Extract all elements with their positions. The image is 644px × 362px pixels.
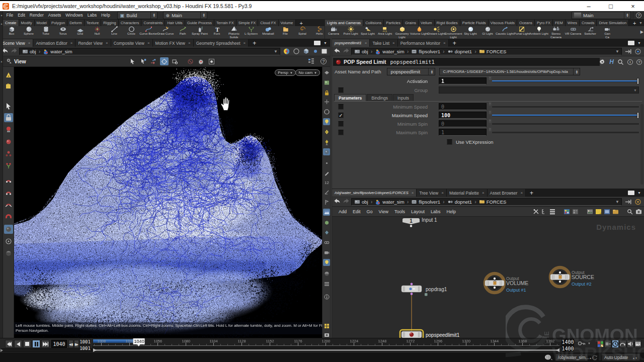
path-segment-dopnet1[interactable]: dopnet1 [446,199,473,205]
shelf-tool-environment-light[interactable]: EnvironmentLight [445,26,462,39]
param-tab-parameters[interactable]: Parameters [334,94,366,101]
pane-tab-obj-water-sim-flipsolver1-dopn[interactable]: /obj/water_sim/flipsolver1/dopnet1/FORCE… [332,189,417,197]
move-tool-icon[interactable] [149,57,158,65]
menu-windows[interactable]: Windows [63,11,85,19]
shape-palette-icon[interactable] [572,209,579,215]
pane-tab-geometry-spreadsheet[interactable]: Geometry Spreadsheet× [194,39,249,47]
menu-assets[interactable]: Assets [46,11,63,19]
menu-render[interactable]: Render [27,11,46,19]
pane-tab-popspeedlimit1[interactable]: popspeedlimit1× [332,39,370,47]
color-palette-icon[interactable] [564,209,570,215]
shelf-tool-vr-camera[interactable]: VR Camera [565,26,582,39]
close-tab-icon[interactable]: × [28,41,31,45]
shelf-tool-camera[interactable]: Camera [325,26,342,39]
pane-tab-scene-view[interactable]: Scene View× [0,39,33,47]
prev-keyframe-button[interactable]: ◀▮ [68,340,73,348]
minimum-speed-slider[interactable] [492,103,639,110]
menu-file[interactable]: File [4,11,16,19]
nav-forward-icon[interactable] [343,198,350,205]
param-tab-bindings[interactable]: Bindings [367,94,392,101]
circle-icon[interactable] [323,108,330,115]
cube-green-icon[interactable] [323,219,330,226]
shelf-tool-caustic-light[interactable]: Caustic Light [496,26,513,39]
play-button[interactable] [41,340,49,348]
collapse-arrow-icon[interactable]: ▲ [0,21,3,26]
pane-tab-asset-browser[interactable]: Asset Browser× [488,189,526,197]
playbar-options-button[interactable] [634,340,641,348]
menu-help[interactable]: Help [99,11,112,19]
output-source-node[interactable]: OutputSOURCEOutput #2 [550,267,594,287]
audio-button[interactable] [627,340,634,348]
close-button[interactable]: × [622,1,644,11]
asset-name-combo[interactable]: popspeedlimit ▲▼ [387,68,435,75]
shelf-overflow-icon[interactable]: ▼ [639,21,642,25]
shelf-tool-spiral[interactable]: Spiral [294,26,311,39]
menu-edit[interactable]: Edit [16,11,28,19]
shelf-tool-point-light[interactable]: Point Light [342,26,359,39]
realtime-toggle-button[interactable] [612,340,619,348]
headlight-icon[interactable] [323,118,330,125]
rgb-display-button[interactable] [597,340,604,348]
close-tab-icon[interactable]: × [520,191,523,195]
light-icon[interactable] [323,259,330,266]
stop-button[interactable] [23,340,31,348]
shelfset-combo-spinner[interactable]: ▲▼ [624,12,630,19]
playback-end-field[interactable]: 1400 [561,345,574,351]
diamond-blue-icon[interactable] [323,229,330,236]
nav-forward-icon[interactable] [343,48,350,55]
pane-tab-animation-editor[interactable]: Animation Editor× [33,39,75,47]
build-combo-spinner[interactable]: ▲▼ [150,12,157,19]
camera-sphere-icon[interactable] [323,148,330,155]
rotate-icon[interactable] [4,137,13,146]
net-menu-edit[interactable]: Edit [350,207,364,216]
shelf-tool-stereo-camera[interactable]: StereoCamera [547,26,565,39]
shelf-tool-font[interactable]: TFont [208,26,225,39]
param-help-icon[interactable]: ? [636,59,642,65]
dopnet-sim-button[interactable] [619,340,626,348]
grid-yellow-icon[interactable] [323,322,330,329]
shelf-tool-platonic-solids[interactable]: PlatonicSolids [225,26,243,39]
flag-icon[interactable] [323,199,330,206]
shade-mode-icon[interactable] [4,225,13,234]
shelf-tool-metaball[interactable]: Metaball [260,26,277,39]
cook-mode-icon[interactable] [197,57,205,65]
path-segment-water-sim[interactable]: water_sim [42,49,73,54]
settings-box-icon[interactable] [207,57,216,65]
path-segment-obj[interactable]: obj [353,199,369,205]
shelf-tool-circle[interactable]: Circle [123,26,140,39]
lock-camera-icon[interactable] [323,89,330,96]
translate-icon[interactable] [4,125,13,134]
net-menu-help[interactable]: Help [443,207,459,216]
camera-pill[interactable]: No cam▼ [295,69,320,76]
background-image-icon[interactable] [587,209,593,215]
shelf-tool-sphere[interactable]: Sphere [20,26,37,39]
pane-layout-icon[interactable] [628,191,634,195]
pane-layout-icon[interactable] [628,41,634,45]
shelf-tool-spray-paint[interactable]: Spray Paint [191,26,208,39]
shelf-tool-file[interactable]: File [277,26,294,39]
link-icon[interactable] [323,239,330,246]
path-segment-dopnet1[interactable]: dopnet1 [446,49,473,54]
pane-menu-icon[interactable]: ▼ [637,41,641,45]
net-menu-add[interactable]: Add [336,207,350,216]
refresh-icon[interactable] [592,354,598,361]
background-icon[interactable] [323,209,330,216]
sticky-note-icon[interactable] [595,209,602,215]
shelf-tool-grid[interactable]: Grid [71,26,89,39]
param-scrollbar[interactable] [640,104,643,185]
pane-menu-icon[interactable]: ▼ [637,191,641,195]
gear-icon[interactable] [599,58,606,65]
go-to-start-button[interactable] [5,340,13,348]
build-combo[interactable]: ▣ Build ▲▼ [117,12,157,19]
path-segment-flipsolver1[interactable]: flipsolver1 [410,49,441,54]
current-frame-field[interactable]: 1040 [51,340,67,348]
select-mode-icon[interactable] [4,102,13,111]
network-sync-icon[interactable] [634,199,641,205]
close-tab-icon[interactable]: × [443,41,446,45]
minimize-button[interactable]: – [578,1,600,11]
path-segment-water-sim[interactable]: water_sim [374,49,405,54]
pin-params-icon[interactable] [624,48,632,55]
network-path-field[interactable]: obj›water_sim›flipsolver1›dopnet1›FORCES… [351,198,622,206]
pane-tab-composite-view[interactable]: Composite View× [111,39,153,47]
range-end-field[interactable]: 1400 [561,339,574,345]
